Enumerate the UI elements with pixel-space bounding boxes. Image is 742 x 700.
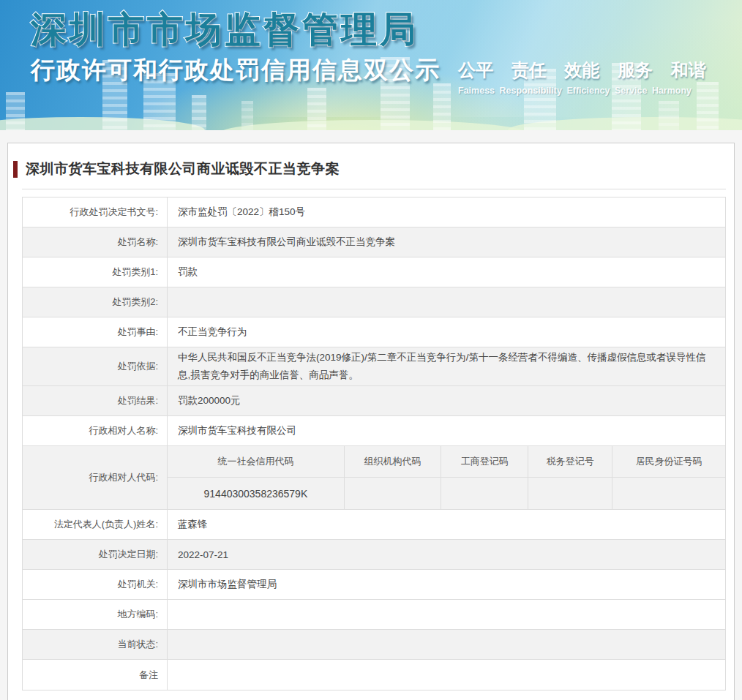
- site-banner: 深圳市市场监督管理局 行政许可和行政处罚信用信息双公示 公平 责任 效能 服务 …: [0, 0, 742, 130]
- table-row-penalty-reason: 处罚事由: 不正当竞争行为: [23, 317, 725, 347]
- row-label: 处罚结果:: [23, 386, 168, 415]
- row-value: 2022-07-21: [168, 540, 725, 569]
- table-row-decision-date: 处罚决定日期: 2022-07-21: [23, 540, 725, 570]
- row-label: 处罚类别1:: [23, 257, 168, 287]
- row-value: 深圳市货车宝科技有限公司: [168, 416, 725, 445]
- table-row-current-status: 当前状态:: [23, 630, 725, 660]
- table-row-counterpart-codes: 行政相对人代码: 统一社会信用代码 组织机构代码 工商登记码 税务登记号 居民身…: [23, 446, 725, 510]
- row-label: 处罚依据:: [23, 347, 168, 385]
- table-row-penalty-authority: 处罚机关: 深圳市市场监督管理局: [23, 570, 725, 600]
- title-accent-bar: [13, 161, 18, 178]
- row-value: 罚款: [168, 257, 725, 287]
- code-header-organization: 组织机构代码: [344, 446, 441, 478]
- code-header-business-registration: 工商登记码: [441, 446, 528, 478]
- code-value-resident-id: [612, 478, 725, 509]
- row-label: 处罚事由:: [23, 317, 168, 347]
- row-value: [168, 660, 725, 690]
- banner-subtitle: 行政许可和行政处罚信用信息双公示: [31, 54, 441, 87]
- code-header-unified-social-credit: 统一社会信用代码: [168, 446, 344, 478]
- row-value: 蓝森锋: [168, 510, 725, 539]
- row-label: 处罚名称:: [23, 227, 168, 257]
- table-row-penalty-basis: 处罚依据: 中华人民共和国反不正当竞争法(2019修正)/第二章不正当竞争行为/…: [23, 347, 725, 386]
- code-value-unified-social-credit: 91440300358236579K: [168, 478, 344, 509]
- row-label: 当前状态:: [23, 630, 168, 659]
- page-title-row: 深圳市货车宝科技有限公司商业诋毁不正当竞争案: [13, 159, 726, 178]
- table-row-remarks: 备注: [23, 660, 725, 690]
- row-value: [168, 630, 725, 659]
- code-value-tax-registration: [528, 478, 612, 509]
- slogan-chinese: 公平 责任 效能 服务 和谐: [458, 59, 729, 82]
- row-label: 备注: [23, 660, 168, 690]
- table-row-decision-doc-number: 行政处罚决定书文号: 深市监处罚〔2022〕稽150号: [23, 197, 725, 227]
- row-label: 地方编码:: [23, 600, 168, 629]
- row-label: 行政相对人代码:: [23, 446, 168, 509]
- table-row-local-code: 地方编码:: [23, 600, 725, 630]
- code-header-resident-id: 居民身份证号码: [612, 446, 725, 478]
- penalty-info-table: 行政处罚决定书文号: 深市监处罚〔2022〕稽150号 处罚名称: 深圳市货车宝…: [22, 197, 726, 690]
- table-row-penalty-result: 处罚结果: 罚款200000元: [23, 386, 725, 416]
- row-label: 行政处罚决定书文号:: [23, 197, 168, 227]
- org-name-heading: 深圳市市场监督管理局: [31, 6, 419, 54]
- code-value-organization: [344, 478, 441, 509]
- row-label: 行政相对人名称:: [23, 416, 168, 445]
- code-value-business-registration: [441, 478, 528, 509]
- row-value: [168, 287, 725, 317]
- counterpart-code-subtable: 统一社会信用代码 组织机构代码 工商登记码 税务登记号 居民身份证号码 9144…: [168, 446, 725, 509]
- row-value: 深圳市市场监督管理局: [168, 570, 725, 599]
- row-value: 深圳市货车宝科技有限公司商业诋毁不正当竞争案: [168, 227, 725, 257]
- row-value: 深市监处罚〔2022〕稽150号: [168, 197, 725, 227]
- table-row-counterpart-name: 行政相对人名称: 深圳市货车宝科技有限公司: [23, 416, 725, 446]
- title-divider: [22, 189, 726, 189]
- row-value: [168, 600, 725, 629]
- table-row-penalty-name: 处罚名称: 深圳市货车宝科技有限公司商业诋毁不正当竞争案: [23, 227, 725, 257]
- row-label: 处罚机关:: [23, 570, 168, 599]
- slogan-block: 公平 责任 效能 服务 和谐 Faimess Responsibility Ef…: [458, 59, 729, 96]
- row-label: 处罚决定日期:: [23, 540, 168, 569]
- table-row-legal-representative: 法定代表人(负责人)姓名: 蓝森锋: [23, 510, 725, 540]
- content-panel: 深圳市货车宝科技有限公司商业诋毁不正当竞争案 行政处罚决定书文号: 深市监处罚〔…: [7, 143, 735, 700]
- slogan-english: Faimess Responsibility Efficiency Servic…: [458, 86, 729, 96]
- row-value: 不正当竞争行为: [168, 317, 725, 347]
- table-row-penalty-category-1: 处罚类别1: 罚款: [23, 257, 725, 287]
- page-title: 深圳市货车宝科技有限公司商业诋毁不正当竞争案: [26, 159, 340, 178]
- row-label: 处罚类别2:: [23, 287, 168, 317]
- code-header-tax-registration: 税务登记号: [528, 446, 612, 478]
- row-value: 罚款200000元: [168, 386, 725, 415]
- table-row-penalty-category-2: 处罚类别2:: [23, 287, 725, 317]
- row-value: 中华人民共和国反不正当竞争法(2019修正)/第二章不正当竞争行为/第十一条经营…: [168, 347, 725, 385]
- row-label: 法定代表人(负责人)姓名:: [23, 510, 168, 539]
